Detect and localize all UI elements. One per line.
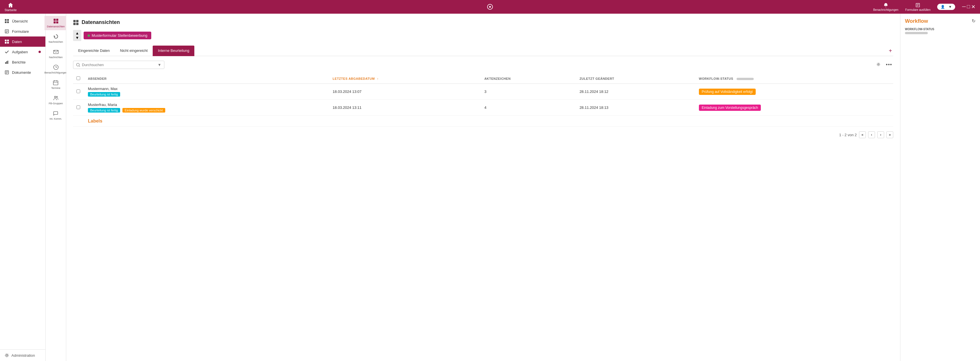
close-icon[interactable]: ✕	[971, 4, 975, 10]
pagination-first-button[interactable]: «	[859, 131, 866, 138]
sidebar-item-dokumente[interactable]: Dokumente	[0, 67, 45, 78]
nachreichen-icon	[53, 33, 59, 39]
row2-workflow-badge: Einladung zum Vorstellungsgespräch	[699, 104, 761, 111]
table-header: ABSENDER LETZTES ABGABEDATUM ↑ AKTENZEIC…	[73, 73, 893, 84]
workflow-refresh-button[interactable]: ↻	[972, 18, 975, 24]
icon-sidebar-int-komm[interactable]: Int. Komm.	[48, 108, 65, 122]
row2-tag-einladung: Einladung wurde verschickt	[123, 108, 165, 112]
svg-rect-18	[8, 61, 8, 64]
clock-icon	[53, 64, 59, 70]
tab-interne-beurteilung-label: Interne Beurteilung	[158, 48, 189, 53]
search-input[interactable]	[82, 63, 156, 67]
left-sidebar: Übersicht Formulare Daten	[0, 14, 46, 361]
sidebar-item-dokumente-label: Dokumente	[12, 70, 31, 74]
tab-eingereichte-daten-label: Eingereichte Daten	[78, 48, 110, 53]
forms-fill-button[interactable]: Formulare ausfüllen	[905, 3, 930, 11]
form-name-badge[interactable]: Musterformular Stellenbewerbung	[84, 32, 151, 39]
svg-point-34	[54, 96, 56, 98]
overview-icon	[5, 19, 9, 23]
sidebar-item-berichte-label: Berichte	[12, 60, 26, 64]
aufgaben-badge	[38, 51, 41, 53]
brand-label: Startseite	[5, 8, 17, 12]
svg-point-23	[6, 355, 8, 356]
icon-sidebar: Datenansichten Nachreichen Nachrichten B…	[46, 14, 66, 361]
tab-interne-beurteilung[interactable]: Interne Beurteilung	[153, 46, 194, 56]
row1-tag-beurteilung: Beurteilung ist fertig	[88, 92, 120, 97]
target-icon	[487, 4, 493, 10]
sidebar-item-uebersicht[interactable]: Übersicht	[0, 16, 45, 26]
row2-abgabedatum: 18.03.2024 13:11	[329, 100, 481, 116]
notifications-button[interactable]: Benachrichtigungen	[873, 3, 898, 11]
pagination-last-button[interactable]: »	[886, 131, 893, 138]
sidebar-item-formulare-label: Formulare	[12, 29, 29, 33]
administration-button[interactable]: Administration	[0, 349, 45, 361]
search-row-right: •••	[875, 61, 893, 69]
tab-add-button[interactable]: +	[888, 46, 893, 55]
sidebar-item-aufgaben[interactable]: Aufgaben	[0, 47, 45, 57]
row1-select-checkbox[interactable]	[76, 89, 80, 93]
svg-rect-16	[5, 62, 6, 64]
svg-rect-12	[5, 40, 6, 41]
svg-rect-25	[56, 19, 58, 21]
search-dropdown-arrow[interactable]: ▼	[158, 63, 161, 67]
pagination-prev-button[interactable]: ‹	[868, 131, 875, 138]
labels-row: Labels	[73, 116, 893, 127]
svg-rect-13	[7, 40, 9, 41]
brand-home[interactable]: Startseite	[5, 2, 17, 12]
svg-rect-7	[7, 21, 9, 23]
sidebar-item-formulare[interactable]: Formulare	[0, 26, 45, 36]
sidebar-item-daten[interactable]: Daten	[0, 36, 45, 47]
row2-absender: Musterfrau, Maria Beurteilung ist fertig…	[84, 100, 329, 116]
icon-sidebar-nachreichen[interactable]: Nachreichen	[46, 31, 65, 46]
maximize-icon[interactable]: □	[967, 4, 970, 10]
sidebar-item-berichte[interactable]: Berichte	[0, 57, 45, 67]
int-komm-label: Int. Komm.	[50, 117, 62, 120]
row2-checkbox	[73, 100, 84, 116]
col-absender: ABSENDER	[84, 73, 329, 84]
svg-rect-37	[76, 20, 78, 22]
col-zuletzt-geaendert: ZULETZT GEÄNDERT	[576, 73, 695, 84]
target-center	[487, 4, 493, 10]
svg-rect-6	[5, 21, 6, 23]
pagination-info: 1 - 2 von 2	[839, 133, 857, 137]
nachreichen-label: Nachreichen	[49, 40, 63, 43]
datenansichten-label: Datenansichten	[47, 25, 65, 28]
svg-point-42	[878, 63, 879, 65]
select-all-checkbox[interactable]	[76, 76, 80, 80]
dokumente-icon	[5, 70, 9, 74]
icon-sidebar-datenansichten[interactable]: Datenansichten	[45, 16, 67, 30]
table-header-row: ABSENDER LETZTES ABGABEDATUM ↑ AKTENZEIC…	[73, 73, 893, 84]
window-controls[interactable]: ─ □ ✕	[962, 4, 975, 10]
data-table: ABSENDER LETZTES ABGABEDATUM ↑ AKTENZEIC…	[73, 73, 893, 127]
tab-nicht-eingereicht[interactable]: Nicht eingereicht	[115, 46, 153, 56]
sidebar-item-uebersicht-label: Übersicht	[12, 19, 28, 23]
tab-eingereichte-daten[interactable]: Eingereichte Daten	[73, 46, 115, 56]
aufgaben-icon	[5, 49, 9, 54]
more-options-button[interactable]: •••	[885, 61, 893, 69]
row1-workflow-status: Prüfung auf Vollständigkeit erfolgt	[695, 84, 893, 100]
svg-line-41	[79, 66, 80, 66]
col-workflow-status: WORKFLOW-STATUS	[695, 73, 893, 84]
row2-aktenzeichen: 4	[481, 100, 576, 116]
icon-sidebar-benachrichtigungen[interactable]: Benachrichtigungen	[42, 62, 70, 76]
icon-sidebar-fb-gruppen[interactable]: FB-Gruppen	[46, 93, 65, 107]
settings-button[interactable]	[875, 61, 882, 69]
icon-sidebar-nachrichten[interactable]: Nachrichten	[46, 47, 65, 61]
row2-select-checkbox[interactable]	[76, 105, 80, 109]
benachrichtigungen-label: Benachrichtigungen	[45, 71, 67, 74]
svg-rect-5	[7, 19, 9, 21]
pagination-next-button[interactable]: ›	[877, 131, 884, 138]
form-arrow-up-button[interactable]: ▲ ▼	[73, 30, 81, 41]
form-name-label: Musterformular Stellenbewerbung	[92, 33, 147, 38]
svg-point-40	[76, 63, 80, 66]
main-layout: Übersicht Formulare Daten	[0, 14, 980, 361]
row2-zuletzt-geaendert: 28.11.2024 18:13	[576, 100, 695, 116]
svg-rect-27	[56, 21, 58, 23]
minimize-icon[interactable]: ─	[962, 4, 966, 10]
arrow-down-icon: ▼	[75, 36, 79, 40]
user-menu-button[interactable]: 👤 ▼	[937, 4, 955, 10]
icon-sidebar-termine[interactable]: Termine	[49, 78, 62, 92]
table-row: Mustermann, Max Beurteilung ist fertig 1…	[73, 84, 893, 100]
col-letztes-abgabedatum[interactable]: LETZTES ABGABEDATUM ↑	[329, 73, 481, 84]
main-content: Datenansichten ▲ ▼ Musterformular Stelle…	[66, 14, 900, 361]
